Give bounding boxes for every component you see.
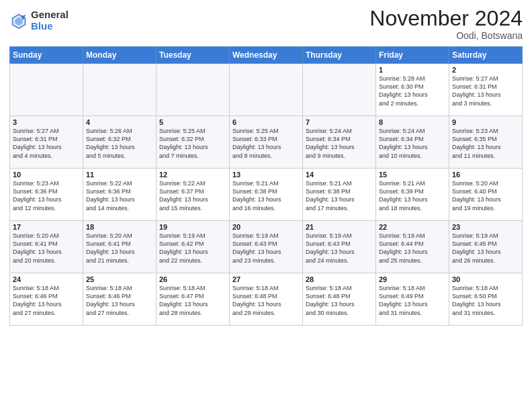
- day-info: Sunrise: 5:26 AM Sunset: 6:32 PM Dayligh…: [86, 127, 153, 160]
- day-number: 9: [452, 118, 519, 126]
- calendar-cell: 19Sunrise: 5:19 AM Sunset: 6:42 PM Dayli…: [157, 221, 230, 273]
- day-number: 30: [452, 275, 519, 283]
- calendar-week-row: 3Sunrise: 5:27 AM Sunset: 6:31 PM Daylig…: [10, 116, 523, 169]
- calendar-cell: 20Sunrise: 5:19 AM Sunset: 6:43 PM Dayli…: [230, 221, 303, 273]
- month-title: November 2024: [369, 7, 523, 30]
- calendar-cell: 15Sunrise: 5:21 AM Sunset: 6:39 PM Dayli…: [376, 169, 449, 221]
- day-number: 11: [86, 171, 153, 179]
- calendar-cell: [230, 64, 303, 116]
- day-number: 25: [86, 275, 153, 283]
- calendar-cell: 1Sunrise: 5:28 AM Sunset: 6:30 PM Daylig…: [376, 64, 449, 116]
- weekday-header-sunday: Sunday: [10, 47, 83, 64]
- day-number: 29: [379, 275, 446, 283]
- title-block: November 2024 Oodi, Botswana: [369, 7, 523, 41]
- day-info: Sunrise: 5:19 AM Sunset: 6:45 PM Dayligh…: [452, 232, 519, 265]
- calendar-cell: 13Sunrise: 5:21 AM Sunset: 6:38 PM Dayli…: [230, 169, 303, 221]
- day-info: Sunrise: 5:28 AM Sunset: 6:30 PM Dayligh…: [379, 75, 446, 107]
- day-number: 16: [452, 171, 519, 179]
- day-number: 24: [13, 275, 80, 283]
- day-number: 28: [306, 275, 373, 283]
- day-number: 23: [452, 223, 519, 231]
- day-number: 13: [232, 171, 300, 179]
- calendar-cell: 7Sunrise: 5:24 AM Sunset: 6:34 PM Daylig…: [303, 116, 376, 169]
- calendar-cell: 3Sunrise: 5:27 AM Sunset: 6:31 PM Daylig…: [10, 116, 83, 169]
- calendar-cell: 21Sunrise: 5:19 AM Sunset: 6:43 PM Dayli…: [303, 221, 376, 273]
- calendar-cell: 27Sunrise: 5:18 AM Sunset: 6:48 PM Dayli…: [230, 273, 303, 326]
- day-info: Sunrise: 5:19 AM Sunset: 6:43 PM Dayligh…: [306, 232, 373, 265]
- calendar-cell: 23Sunrise: 5:19 AM Sunset: 6:45 PM Dayli…: [449, 221, 523, 273]
- day-info: Sunrise: 5:23 AM Sunset: 6:35 PM Dayligh…: [452, 127, 519, 160]
- day-number: 5: [159, 118, 226, 126]
- calendar-cell: 12Sunrise: 5:22 AM Sunset: 6:37 PM Dayli…: [157, 169, 230, 221]
- calendar-cell: 14Sunrise: 5:21 AM Sunset: 6:38 PM Dayli…: [303, 169, 376, 221]
- calendar-cell: 22Sunrise: 5:19 AM Sunset: 6:44 PM Dayli…: [376, 221, 449, 273]
- calendar-cell: 25Sunrise: 5:18 AM Sunset: 6:46 PM Dayli…: [83, 273, 157, 326]
- calendar-cell: 10Sunrise: 5:23 AM Sunset: 6:36 PM Dayli…: [10, 169, 83, 221]
- calendar-cell: [157, 64, 230, 116]
- calendar-cell: 11Sunrise: 5:22 AM Sunset: 6:36 PM Dayli…: [83, 169, 157, 221]
- calendar-cell: 17Sunrise: 5:20 AM Sunset: 6:41 PM Dayli…: [10, 221, 83, 273]
- day-info: Sunrise: 5:22 AM Sunset: 6:36 PM Dayligh…: [86, 179, 153, 212]
- day-info: Sunrise: 5:27 AM Sunset: 6:31 PM Dayligh…: [452, 75, 519, 107]
- calendar-cell: 5Sunrise: 5:25 AM Sunset: 6:32 PM Daylig…: [157, 116, 230, 169]
- day-info: Sunrise: 5:25 AM Sunset: 6:32 PM Dayligh…: [159, 127, 226, 160]
- day-number: 18: [86, 223, 153, 231]
- day-number: 20: [232, 223, 300, 231]
- day-number: 21: [306, 223, 373, 231]
- logo-icon: [9, 11, 28, 30]
- day-number: 4: [86, 118, 153, 126]
- calendar-cell: [303, 64, 376, 116]
- weekday-header-tuesday: Tuesday: [157, 47, 230, 64]
- calendar-cell: 18Sunrise: 5:20 AM Sunset: 6:41 PM Dayli…: [83, 221, 157, 273]
- weekday-header-friday: Friday: [376, 47, 449, 64]
- day-info: Sunrise: 5:25 AM Sunset: 6:33 PM Dayligh…: [232, 127, 300, 160]
- calendar-cell: 29Sunrise: 5:18 AM Sunset: 6:49 PM Dayli…: [376, 273, 449, 326]
- location: Oodi, Botswana: [369, 30, 523, 41]
- calendar-cell: 2Sunrise: 5:27 AM Sunset: 6:31 PM Daylig…: [449, 64, 523, 116]
- calendar-cell: 6Sunrise: 5:25 AM Sunset: 6:33 PM Daylig…: [230, 116, 303, 169]
- calendar-week-row: 1Sunrise: 5:28 AM Sunset: 6:30 PM Daylig…: [10, 64, 523, 116]
- day-info: Sunrise: 5:27 AM Sunset: 6:31 PM Dayligh…: [13, 127, 80, 160]
- logo: General Blue: [9, 9, 69, 32]
- weekday-header-thursday: Thursday: [303, 47, 376, 64]
- day-info: Sunrise: 5:23 AM Sunset: 6:36 PM Dayligh…: [13, 179, 80, 212]
- weekday-header-row: SundayMondayTuesdayWednesdayThursdayFrid…: [10, 47, 523, 64]
- day-info: Sunrise: 5:20 AM Sunset: 6:40 PM Dayligh…: [452, 179, 519, 212]
- day-number: 26: [159, 275, 226, 283]
- weekday-header-saturday: Saturday: [449, 47, 523, 64]
- day-number: 12: [159, 171, 226, 179]
- day-number: 10: [13, 171, 80, 179]
- day-info: Sunrise: 5:18 AM Sunset: 6:50 PM Dayligh…: [452, 284, 519, 317]
- logo-text: General Blue: [31, 9, 69, 32]
- calendar-cell: [10, 64, 83, 116]
- day-info: Sunrise: 5:19 AM Sunset: 6:43 PM Dayligh…: [232, 232, 300, 265]
- calendar-cell: [83, 64, 157, 116]
- calendar-week-row: 10Sunrise: 5:23 AM Sunset: 6:36 PM Dayli…: [10, 169, 523, 221]
- day-info: Sunrise: 5:18 AM Sunset: 6:48 PM Dayligh…: [306, 284, 373, 317]
- day-number: 1: [379, 66, 446, 74]
- calendar-cell: 26Sunrise: 5:18 AM Sunset: 6:47 PM Dayli…: [157, 273, 230, 326]
- calendar-cell: 8Sunrise: 5:24 AM Sunset: 6:34 PM Daylig…: [376, 116, 449, 169]
- day-number: 15: [379, 171, 446, 179]
- day-info: Sunrise: 5:20 AM Sunset: 6:41 PM Dayligh…: [13, 232, 80, 265]
- day-info: Sunrise: 5:20 AM Sunset: 6:41 PM Dayligh…: [86, 232, 153, 265]
- day-info: Sunrise: 5:21 AM Sunset: 6:39 PM Dayligh…: [379, 179, 446, 212]
- calendar-week-row: 24Sunrise: 5:18 AM Sunset: 6:46 PM Dayli…: [10, 273, 523, 326]
- day-info: Sunrise: 5:21 AM Sunset: 6:38 PM Dayligh…: [232, 179, 300, 212]
- day-info: Sunrise: 5:18 AM Sunset: 6:48 PM Dayligh…: [232, 284, 300, 317]
- day-info: Sunrise: 5:22 AM Sunset: 6:37 PM Dayligh…: [159, 179, 226, 212]
- day-number: 7: [306, 118, 373, 126]
- calendar-cell: 4Sunrise: 5:26 AM Sunset: 6:32 PM Daylig…: [83, 116, 157, 169]
- day-number: 8: [379, 118, 446, 126]
- day-info: Sunrise: 5:18 AM Sunset: 6:47 PM Dayligh…: [159, 284, 226, 317]
- day-number: 2: [452, 66, 519, 74]
- day-number: 3: [13, 118, 80, 126]
- day-number: 22: [379, 223, 446, 231]
- weekday-header-wednesday: Wednesday: [230, 47, 303, 64]
- logo-general-text: General: [31, 9, 69, 21]
- day-info: Sunrise: 5:24 AM Sunset: 6:34 PM Dayligh…: [306, 127, 373, 160]
- page-container: General Blue November 2024 Oodi, Botswan…: [0, 0, 532, 331]
- day-info: Sunrise: 5:19 AM Sunset: 6:44 PM Dayligh…: [379, 232, 446, 265]
- day-info: Sunrise: 5:18 AM Sunset: 6:46 PM Dayligh…: [13, 284, 80, 317]
- day-info: Sunrise: 5:18 AM Sunset: 6:49 PM Dayligh…: [379, 284, 446, 317]
